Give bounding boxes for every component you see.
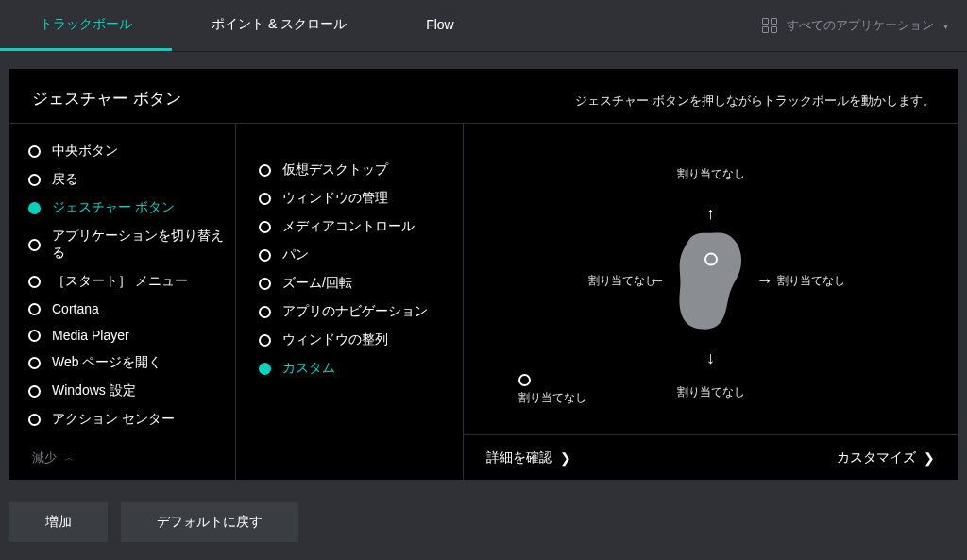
assignment-item-label: 中央ボタン [52,143,118,160]
preset-item[interactable]: パン [259,241,453,269]
gesture-diagram: ↑ ↓ ← → 割り当てなし 割り当てなし 割り当てなし 割り当てなし [551,148,872,413]
assignment-item-label: 戻る [52,171,78,188]
chevron-right-icon: ❯ [560,450,571,466]
gesture-preset-list: 仮想デスクトップウィンドウの管理メディアコントロールパンズーム/回転アプリのナビ… [236,124,463,480]
assignment-item[interactable]: アプリケーションの起動 [28,433,226,436]
arrow-up-icon: ↑ [706,203,715,223]
preset-item[interactable]: ウィンドウの管理 [259,184,453,212]
preset-item[interactable]: メディアコントロール [259,212,453,241]
less-label: 減少 [32,450,57,467]
details-link[interactable]: 詳細を確認 ❯ [486,450,571,467]
restore-default-button[interactable]: デフォルトに戻す [121,502,298,542]
assign-click-label: 割り当てなし [518,391,586,404]
gesture-diagram-pane: ↑ ↓ ← → 割り当てなし 割り当てなし 割り当てなし 割り当てなし 割り当て… [463,124,958,480]
assignment-item-label: ジェスチャー ボタン [52,199,175,216]
mouse-shape-icon [674,229,748,331]
assign-left[interactable]: 割り当てなし [588,273,656,289]
assign-click[interactable]: 割り当てなし [518,374,586,406]
gesture-panel: ジェスチャー ボタン ジェスチャー ボタンを押しながらトラックボールを動かします… [9,69,958,480]
more-button[interactable]: 増加 [9,502,108,542]
radio-icon [259,306,271,318]
tab-flow[interactable]: Flow [386,0,494,51]
assignment-list: 中央ボタン戻るジェスチャー ボタンアプリケーションを切り替える［スタート］ メニ… [9,124,236,480]
assignment-item-label: Windows 設定 [52,382,136,399]
radio-icon [259,334,271,347]
assignment-item[interactable]: 中央ボタン [28,137,226,165]
radio-icon [259,363,271,375]
preset-item[interactable]: ズーム/回転 [259,269,453,297]
preset-item[interactable]: カスタム [259,354,453,382]
chevron-up-icon: ︿ [64,451,74,465]
less-toggle[interactable]: 減少 ︿ [28,436,226,480]
preset-item[interactable]: 仮想デスクトップ [259,156,453,184]
radio-icon [28,239,41,251]
assign-down[interactable]: 割り当てなし [677,383,745,399]
assignment-item[interactable]: ［スタート］ メニュー [28,267,226,296]
assignment-item[interactable]: Cortana [28,296,226,322]
assignment-item-label: ［スタート］ メニュー [52,273,188,290]
assignment-item[interactable]: Media Player [28,322,226,348]
preset-item-label: ウィンドウの整列 [282,331,388,348]
preset-item-label: 仮想デスクトップ [282,161,388,178]
assignment-item[interactable]: Web ページを開く [28,348,226,377]
radio-icon [259,249,271,262]
radio-icon [259,221,271,233]
radio-icon [28,174,41,186]
radio-icon [28,303,41,315]
tab-trackball[interactable]: トラックボール [0,0,172,51]
preset-item-label: カスタム [282,360,335,377]
assignment-item[interactable]: ジェスチャー ボタン [28,194,226,222]
arrow-down-icon: ↓ [706,348,715,367]
customize-link[interactable]: カスタマイズ ❯ [837,450,935,467]
radio-icon [28,414,41,426]
gesture-button-indicator [704,253,718,266]
chevron-down-icon: ▾ [943,21,948,31]
assignment-item-label: アクション センター [52,411,175,428]
radio-icon [28,276,41,288]
preset-item[interactable]: アプリのナビゲーション [259,297,453,326]
preset-item-label: メディアコントロール [282,218,415,235]
panel-title: ジェスチャー ボタン [32,88,181,110]
radio-icon [28,357,41,369]
preset-item-label: パン [282,246,309,263]
bottom-button-row: 増加 デフォルトに戻す [0,489,967,555]
assignment-item[interactable]: 戻る [28,165,226,194]
assignment-item-label: Web ページを開く [52,354,161,371]
radio-icon [28,202,41,214]
assignment-item[interactable]: アプリケーションを切り替える [28,222,226,267]
radio-icon [28,385,41,398]
assignment-item-label: アプリケーションを切り替える [52,228,226,262]
circle-icon [518,374,531,386]
application-selector[interactable]: すべてのアプリケーション ▾ [762,0,948,51]
panel-header: ジェスチャー ボタン ジェスチャー ボタンを押しながらトラックボールを動かします… [9,69,958,124]
apps-grid-icon [762,18,777,33]
arrow-right-icon: → [756,271,773,291]
top-bar: トラックボール ポイント & スクロール Flow すべてのアプリケーション ▾ [0,0,967,52]
assign-right[interactable]: 割り当てなし [777,273,845,289]
preset-item[interactable]: ウィンドウの整列 [259,326,453,354]
assignment-item-label: Cortana [52,301,99,316]
application-selector-label: すべてのアプリケーション [787,17,934,34]
preset-item-label: ウィンドウの管理 [282,190,388,207]
diagram-footer: 詳細を確認 ❯ カスタマイズ ❯ [464,434,958,480]
main-tabs: トラックボール ポイント & スクロール Flow [0,0,762,51]
radio-icon [259,164,271,177]
radio-icon [259,193,271,205]
radio-icon [259,278,271,290]
panel-description: ジェスチャー ボタンを押しながらトラックボールを動かします。 [575,93,935,110]
assignment-item-label: Media Player [52,328,129,343]
chevron-right-icon: ❯ [924,450,935,466]
assignment-item[interactable]: Windows 設定 [28,377,226,405]
assign-up[interactable]: 割り当てなし [677,165,745,181]
preset-item-label: ズーム/回転 [282,275,352,292]
assignment-item[interactable]: アクション センター [28,405,226,433]
tab-point-scroll[interactable]: ポイント & スクロール [172,0,386,51]
radio-icon [28,330,41,342]
radio-icon [28,145,41,158]
preset-item-label: アプリのナビゲーション [282,303,428,320]
panel-body: 中央ボタン戻るジェスチャー ボタンアプリケーションを切り替える［スタート］ メニ… [9,124,958,480]
